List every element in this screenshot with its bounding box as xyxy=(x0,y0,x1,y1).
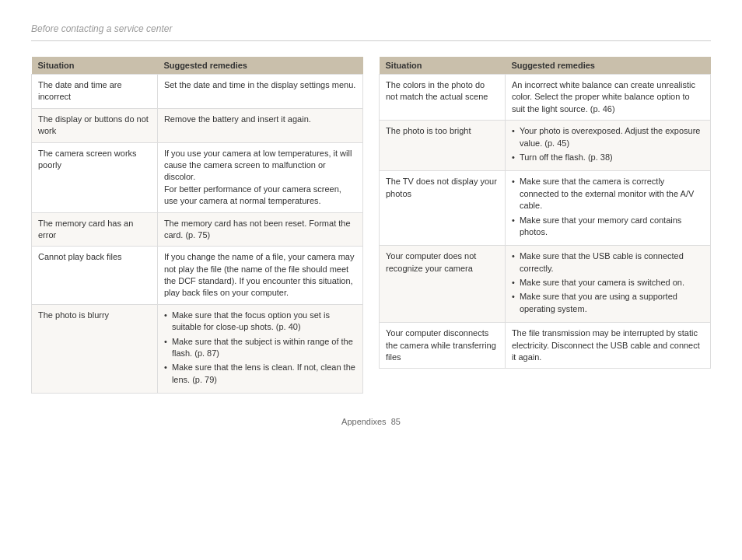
right-remedy-0: An incorrect white balance can create un… xyxy=(505,75,710,121)
left-situation-2: The camera screen works poorly xyxy=(32,142,158,212)
left-col2-header: Suggested remedies xyxy=(157,57,362,75)
list-item: Make sure that the subject is within ran… xyxy=(164,336,356,360)
left-table: Situation Suggested remedies The date an… xyxy=(31,57,363,394)
left-situation-1: The display or buttons do not work xyxy=(32,108,158,142)
left-col1-header: Situation xyxy=(32,57,158,75)
right-col1-header: Situation xyxy=(380,57,506,75)
right-col2-header: Suggested remedies xyxy=(505,57,710,75)
right-situation-0: The colors in the photo do not match the… xyxy=(380,75,506,121)
list-item: Make sure that the focus option you set … xyxy=(164,310,356,334)
list-item: Make sure that your camera is switched o… xyxy=(512,277,704,289)
footer-page: 85 xyxy=(391,417,401,426)
left-remedy-0: Set the date and time in the display set… xyxy=(157,75,362,109)
left-remedy-1: Remove the battery and insert it again. xyxy=(157,108,362,142)
left-situation-5: The photo is blurry xyxy=(32,304,158,393)
left-remedy-5: Make sure that the focus option you set … xyxy=(157,304,362,393)
left-remedy-4: If you change the name of a file, your c… xyxy=(157,247,362,305)
page-header: Before contacting a service center xyxy=(31,23,711,41)
left-situation-0: The date and time are incorrect xyxy=(32,75,158,109)
tables-wrapper: Situation Suggested remedies The date an… xyxy=(31,57,711,394)
right-table-container: Situation Suggested remedies The colors … xyxy=(379,57,711,394)
list-item: Make sure that the USB cable is connecte… xyxy=(512,250,704,275)
right-situation-3: Your computer does not recognize your ca… xyxy=(380,246,506,323)
left-situation-4: Cannot play back files xyxy=(32,247,158,305)
page-footer: Appendixes 85 xyxy=(31,417,711,426)
list-item: Make sure that the lens is clean. If not… xyxy=(164,362,356,386)
footer-label: Appendixes xyxy=(341,417,387,426)
right-remedy-2: Make sure that the camera is correctly c… xyxy=(505,171,710,246)
left-remedy-2: If you use your camera at low temperatur… xyxy=(157,142,362,212)
right-situation-1: The photo is too bright xyxy=(380,121,506,171)
left-table-container: Situation Suggested remedies The date an… xyxy=(31,57,363,394)
list-item: Make sure that you are using a supported… xyxy=(512,291,704,315)
list-item: Your photo is overexposed. Adjust the ex… xyxy=(512,125,704,149)
right-remedy-3: Make sure that the USB cable is connecte… xyxy=(505,246,710,323)
left-situation-3: The memory card has an error xyxy=(32,212,158,247)
right-situation-4: Your computer disconnects the camera whi… xyxy=(380,323,506,369)
list-item: Make sure that the camera is correctly c… xyxy=(512,176,704,212)
page-header-text: Before contacting a service center xyxy=(31,23,172,34)
left-remedy-3: The memory card has not been reset. Form… xyxy=(157,212,362,247)
right-situation-2: The TV does not display your photos xyxy=(380,171,506,246)
right-remedy-1: Your photo is overexposed. Adjust the ex… xyxy=(505,121,710,171)
right-table: Situation Suggested remedies The colors … xyxy=(379,57,711,369)
right-remedy-4: The file transmission may be interrupted… xyxy=(505,323,710,369)
list-item: Make sure that your memory card contains… xyxy=(512,215,704,239)
list-item: Turn off the flash. (p. 38) xyxy=(512,152,704,163)
